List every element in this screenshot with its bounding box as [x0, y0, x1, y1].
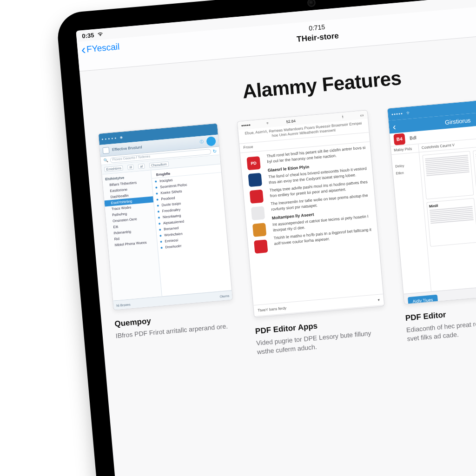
recent-icon[interactable]: ↻ [213, 148, 217, 154]
search-icon: 🔍 [104, 158, 109, 163]
pdf-icon[interactable]: PD [246, 156, 260, 170]
tabbar-item[interactable]: ao [203, 300, 233, 310]
app-icon[interactable] [250, 189, 264, 203]
tab[interactable]: Froue [239, 142, 257, 152]
folder-icon[interactable] [252, 223, 266, 237]
chevron-down-icon: ▾ [378, 298, 380, 302]
subtab[interactable]: Emishtims [104, 165, 123, 172]
front-camera [308, 0, 314, 6]
chevron-left-icon: ‹ [81, 43, 86, 57]
cards-row: ◉ Efflective Brusturd ⓘ 🔍 Ftoves Oaeerti… [98, 94, 476, 369]
feature-card-3[interactable]: ᯤ ‹ Girstiorus B4 Bdl Maloy Pids [387, 97, 476, 344]
app-icon[interactable] [248, 173, 262, 187]
card-title: PDF Editor [405, 302, 476, 323]
primary-button[interactable]: Aidly Tiues [408, 294, 438, 304]
bottom-label: Otems [219, 294, 229, 298]
subtab[interactable]: Chuoullorn [149, 161, 169, 168]
doc-thumbnail[interactable]: Minill [426, 198, 476, 247]
screenshot-3: ᯤ ‹ Girstiorus B4 Bdl Maloy Pids [387, 97, 476, 304]
doc-thumbnail[interactable] [422, 151, 474, 199]
subtab[interactable]: Iil [127, 165, 134, 170]
doc-badge-label: Bdl [410, 135, 416, 140]
screen: 0:35 ‹ FYescail 0:715 THeir-store O Alam… [76, 0, 476, 476]
rail-item[interactable]: Etlen [395, 168, 419, 177]
app-icon[interactable] [254, 239, 268, 253]
s2-article: Thutl rorel let bndf his petant silt ike… [266, 145, 380, 300]
status-time: 52.84 [286, 119, 296, 124]
info-icon[interactable]: ⓘ [200, 139, 204, 145]
wifi-icon: ᯤ [406, 110, 411, 116]
battery-icon: ▭ [360, 113, 364, 118]
app-icon[interactable] [251, 206, 265, 220]
bluetooth-icon: ᚼ [341, 114, 344, 119]
wifi-icon: ◉ [119, 136, 123, 139]
feature-card-2[interactable]: ᯤ 52.84 ᚼ ▭ Ebue, AsimVi, Remees Melterd… [237, 110, 388, 357]
doc-badge-icon: B4 [393, 133, 405, 145]
round-action-icon[interactable] [206, 136, 216, 146]
screenshot-2: ᯤ 52.84 ᚼ ▭ Ebue, AsimVi, Remees Melterd… [237, 110, 385, 317]
chevron-left-icon[interactable]: ‹ [392, 121, 397, 132]
wifi-icon: ᯤ [266, 121, 271, 126]
s1-list: Erngbfle Irocigtas Seomitnnit Piofoc Koe… [151, 164, 231, 296]
tablet-frame: 0:35 ‹ FYescail 0:715 THeir-store O Alam… [56, 0, 476, 476]
screenshot-1: ◉ Efflective Brusturd ⓘ 🔍 Ftoves Oaeerti… [98, 123, 233, 311]
back-label: FYescail [86, 41, 120, 54]
wifi-icon [97, 31, 104, 38]
feature-card-1[interactable]: ◉ Efflective Brusturd ⓘ 🔍 Ftoves Oaeerti… [98, 123, 236, 341]
tool-icon[interactable] [102, 147, 109, 154]
bottom-label: Ni Brsees [116, 303, 131, 307]
status-time: 0:35 [82, 32, 94, 40]
s1-toolbar-title: Efflective Brusturd [112, 145, 142, 152]
subtab[interactable]: al [138, 164, 145, 169]
